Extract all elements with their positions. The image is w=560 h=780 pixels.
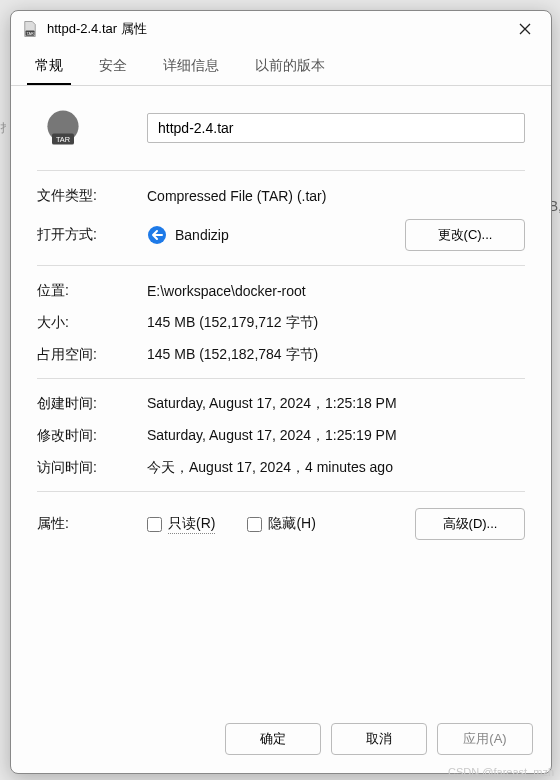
apply-button[interactable]: 应用(A) (437, 723, 533, 755)
ok-button[interactable]: 确定 (225, 723, 321, 755)
dialog-footer: 确定 取消 应用(A) (11, 709, 551, 773)
divider (37, 265, 525, 266)
hidden-checkbox[interactable]: 隐藏(H) (247, 515, 315, 533)
filetype-label: 文件类型: (37, 187, 147, 205)
hidden-checkbox-label: 隐藏(H) (268, 515, 315, 533)
openwith-label: 打开方式: (37, 226, 147, 244)
hidden-checkbox-input[interactable] (247, 517, 262, 532)
watermark: CSDN @fareast_mzh (448, 766, 554, 778)
svg-text:TAR: TAR (26, 32, 34, 36)
close-icon (519, 23, 531, 35)
readonly-checkbox-input[interactable] (147, 517, 162, 532)
divider (37, 378, 525, 379)
tab-general[interactable]: 常规 (27, 47, 71, 85)
modified-label: 修改时间: (37, 427, 147, 445)
size-label: 大小: (37, 314, 147, 332)
readonly-checkbox[interactable]: 只读(R) (147, 515, 215, 534)
location-label: 位置: (37, 282, 147, 300)
divider (37, 170, 525, 171)
general-panel: TAR 文件类型: Compressed File (TAR) (.tar) 打… (11, 86, 551, 709)
accessed-label: 访问时间: (37, 459, 147, 477)
properties-dialog: TAR httpd-2.4.tar 属性 常规 安全 详细信息 以前的版本 TA… (10, 10, 552, 774)
created-label: 创建时间: (37, 395, 147, 413)
divider (37, 491, 525, 492)
svg-text:TAR: TAR (56, 135, 70, 144)
change-openwith-button[interactable]: 更改(C)... (405, 219, 525, 251)
titlebar: TAR httpd-2.4.tar 属性 (11, 11, 551, 47)
tab-bar: 常规 安全 详细信息 以前的版本 (11, 47, 551, 86)
size-on-disk-label: 占用空间: (37, 346, 147, 364)
size-value: 145 MB (152,179,712 字节) (147, 314, 525, 332)
tab-details[interactable]: 详细信息 (155, 47, 227, 85)
filetype-value: Compressed File (TAR) (.tar) (147, 188, 525, 204)
cancel-button[interactable]: 取消 (331, 723, 427, 755)
close-button[interactable] (505, 14, 545, 44)
openwith-app: Bandizip (175, 227, 229, 243)
size-on-disk-value: 145 MB (152,182,784 字节) (147, 346, 525, 364)
file-type-icon-large: TAR (37, 106, 89, 150)
advanced-button[interactable]: 高级(D)... (415, 508, 525, 540)
bandizip-icon (147, 225, 167, 245)
created-value: Saturday, August 17, 2024，1:25:18 PM (147, 395, 525, 413)
tab-security[interactable]: 安全 (91, 47, 135, 85)
tab-previous-versions[interactable]: 以前的版本 (247, 47, 333, 85)
tar-file-icon: TAR (21, 20, 39, 38)
window-title: httpd-2.4.tar 属性 (47, 20, 505, 38)
accessed-value: 今天，August 17, 2024，4 minutes ago (147, 459, 525, 477)
readonly-checkbox-label: 只读(R) (168, 515, 215, 534)
attributes-label: 属性: (37, 515, 147, 533)
location-value: E:\workspace\docker-root (147, 283, 525, 299)
filename-input[interactable] (147, 113, 525, 143)
modified-value: Saturday, August 17, 2024，1:25:19 PM (147, 427, 525, 445)
